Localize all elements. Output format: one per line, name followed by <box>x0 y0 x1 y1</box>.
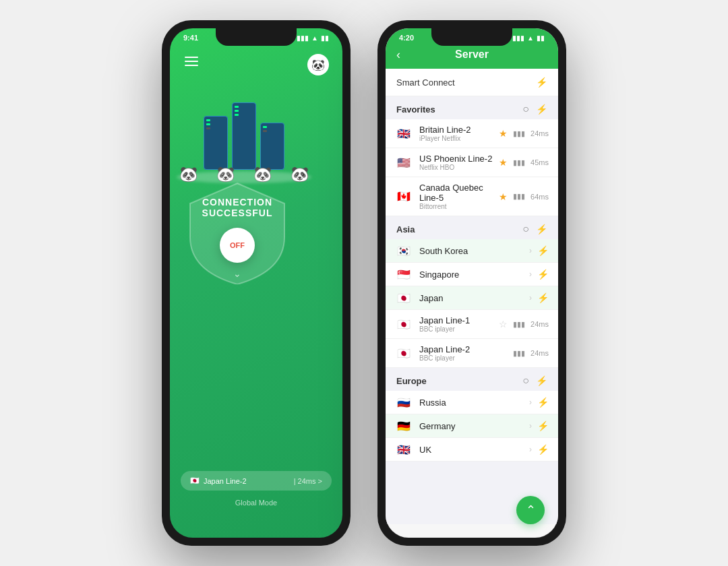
russia-bolt-icon: ⚡ <box>537 397 549 408</box>
us-star-icon: ★ <box>499 157 508 168</box>
signal-icon: ▮▮▮ <box>297 34 309 42</box>
canada-name: Canada Quebec Line-5 <box>419 183 499 203</box>
germany-name: Germany <box>419 421 529 431</box>
favorites-label: Favorites <box>396 104 435 115</box>
server-flag: 🇯🇵 <box>190 476 200 485</box>
server-item-us[interactable]: 🇺🇸 US Phoenix Line-2 Netflix HBO ★ ▮▮▮ 4… <box>386 148 558 177</box>
back-button[interactable]: ‹ <box>396 48 400 62</box>
japan-line2-info: Japan Line-2 BBC iplayer <box>419 344 513 362</box>
right-battery-icon: ▮▮ <box>537 34 545 42</box>
singapore-actions: › ⚡ <box>529 269 549 280</box>
singapore-chevron-icon: › <box>529 270 532 279</box>
right-notch <box>431 28 512 46</box>
japan-info: Japan <box>419 293 529 303</box>
flag-kr: 🇰🇷 <box>395 245 413 257</box>
us-latency: 45ms <box>530 158 549 166</box>
south-korea-bolt-icon: ⚡ <box>537 245 549 256</box>
server-list[interactable]: Smart Connect ⚡ Favorites ○ ⚡ 🇬🇧 Britain… <box>386 69 558 524</box>
japan-line1-latency: 24ms <box>530 320 549 328</box>
japan-name: Japan <box>419 293 529 303</box>
connection-status: CONNECTION SUCCESSFUL <box>170 197 305 218</box>
server-2 <box>232 102 256 170</box>
europe-label: Europe <box>396 376 427 386</box>
server-1 <box>204 116 228 170</box>
south-korea-chevron-icon: › <box>529 246 532 255</box>
server-item-uk[interactable]: 🇬🇧 UK › ⚡ <box>386 438 558 462</box>
asia-label: Asia <box>396 224 415 234</box>
britain-latency: 24ms <box>530 129 549 137</box>
server-item-south-korea[interactable]: 🇰🇷 South Korea › ⚡ <box>386 239 558 263</box>
canada-star-icon: ★ <box>499 191 508 202</box>
asia-dot-icon: ○ <box>522 223 529 235</box>
left-status-icons: ▮▮▮ ▲ ▮▮ <box>297 34 329 42</box>
global-mode-label: Global Mode <box>170 499 342 507</box>
south-korea-name: South Korea <box>419 246 529 256</box>
flag-uk-europe: 🇬🇧 <box>395 443 413 455</box>
power-button[interactable]: OFF <box>220 228 255 263</box>
flag-de: 🇩🇪 <box>395 420 413 432</box>
server-item-singapore[interactable]: 🇸🇬 Singapore › ⚡ <box>386 263 558 286</box>
south-korea-actions: › ⚡ <box>529 245 549 256</box>
scroll-top-button[interactable]: ⌃ <box>516 496 545 524</box>
uk-bolt-icon: ⚡ <box>537 444 549 455</box>
server-name: Japan Line-2 <box>204 477 247 485</box>
server-item-britain[interactable]: 🇬🇧 Britain Line-2 iPlayer Netflix ★ ▮▮▮ … <box>386 119 558 148</box>
flag-ru: 🇷🇺 <box>395 396 413 408</box>
smart-connect-row[interactable]: Smart Connect ⚡ <box>386 69 558 96</box>
japan-line1-signal-icon: ▮▮▮ <box>513 320 525 329</box>
us-signal-icon: ▮▮▮ <box>513 158 525 167</box>
flag-sg: 🇸🇬 <box>395 268 413 280</box>
us-sub: Netflix HBO <box>419 164 499 171</box>
asia-section-icons: ○ ⚡ <box>522 223 547 235</box>
panda-avatar[interactable]: 🐼 <box>307 54 329 75</box>
scroll-top-icon: ⌃ <box>526 503 536 517</box>
germany-info: Germany <box>419 421 529 431</box>
right-status-icons: ▮▮▮ ▲ ▮▮ <box>512 34 545 42</box>
singapore-name: Singapore <box>419 270 529 280</box>
britain-name: Britain Line-2 <box>419 125 499 135</box>
russia-info: Russia <box>419 398 529 408</box>
favorites-bolt-icon: ⚡ <box>536 104 547 115</box>
japan-chevron-icon: › <box>529 293 532 303</box>
vpn-illustration: 🐼 🐼 🐼 🐼 <box>170 75 318 183</box>
server-item-japan-line-2[interactable]: 🇯🇵 Japan Line-2 BBC iplayer ▮▮▮ 24ms <box>386 339 558 368</box>
russia-actions: › ⚡ <box>529 397 549 408</box>
flag-us: 🇺🇸 <box>395 156 413 168</box>
server-group <box>204 102 284 170</box>
britain-sub: iPlayer Netflix <box>419 135 499 142</box>
hamburger-menu[interactable] <box>185 57 198 66</box>
server-bar[interactable]: 🇯🇵 Japan Line-2 | 24ms > <box>181 471 332 491</box>
britain-info: Britain Line-2 iPlayer Netflix <box>419 125 499 142</box>
britain-star-icon: ★ <box>499 128 508 139</box>
canada-sub: Bittorrent <box>419 203 499 210</box>
europe-section-header: Europe ○ ⚡ <box>386 368 558 391</box>
flag-uk: 🇬🇧 <box>395 127 413 139</box>
server-item-germany[interactable]: 🇩🇪 Germany › ⚡ <box>386 414 558 438</box>
japan-line1-actions: ☆ ▮▮▮ 24ms <box>499 319 549 329</box>
europe-section-icons: ○ ⚡ <box>522 375 547 387</box>
server-item-japan[interactable]: 🇯🇵 Japan › ⚡ <box>386 286 558 310</box>
smart-connect-label: Smart Connect <box>396 77 455 88</box>
notch <box>216 28 297 46</box>
flag-jp-line2: 🇯🇵 <box>395 347 413 359</box>
britain-signal-icon: ▮▮▮ <box>513 129 525 138</box>
singapore-info: Singapore <box>419 270 529 280</box>
japan-bolt-icon: ⚡ <box>537 292 549 303</box>
russia-chevron-icon: › <box>529 398 532 407</box>
us-actions: ★ ▮▮▮ 45ms <box>499 157 549 168</box>
server-item-japan-line-1[interactable]: 🇯🇵 Japan Line-1 BBC iplayer ☆ ▮▮▮ 24ms <box>386 310 558 339</box>
right-wifi-icon: ▲ <box>527 34 534 42</box>
flag-jp: 🇯🇵 <box>395 292 413 304</box>
canada-info: Canada Quebec Line-5 Bittorrent <box>419 183 499 210</box>
uk-info: UK <box>419 445 529 455</box>
server-item-canada[interactable]: 🇨🇦 Canada Quebec Line-5 Bittorrent ★ ▮▮▮… <box>386 177 558 216</box>
japan-line1-sub: BBC iplayer <box>419 325 499 333</box>
right-phone: 4:20 ▮▮▮ ▲ ▮▮ ‹ Server Smart Connect ⚡ F… <box>377 20 566 546</box>
germany-actions: › ⚡ <box>529 420 549 431</box>
germany-bolt-icon: ⚡ <box>537 420 549 431</box>
uk-name: UK <box>419 445 529 455</box>
server-item-russia[interactable]: 🇷🇺 Russia › ⚡ <box>386 391 558 414</box>
flag-jp-line1: 🇯🇵 <box>395 318 413 330</box>
britain-actions: ★ ▮▮▮ 24ms <box>499 128 549 139</box>
europe-dot-icon: ○ <box>522 375 529 387</box>
